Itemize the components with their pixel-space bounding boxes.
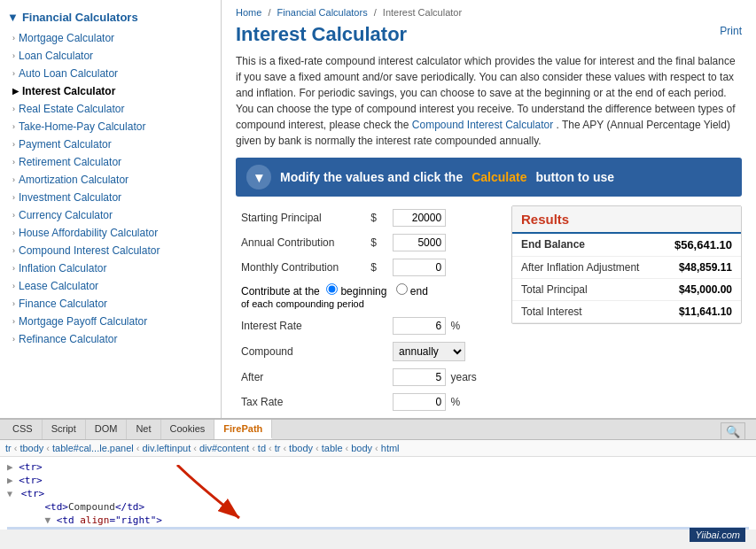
sidebar-item[interactable]: ›House Affordability Calculator — [0, 224, 221, 242]
devtools-bc-item[interactable]: html — [381, 443, 400, 453]
devtools-bc-item[interactable]: div#content — [199, 443, 249, 453]
sidebar-item-label: Auto Loan Calculator — [19, 67, 118, 80]
results-row-value: $56,641.10 — [674, 238, 732, 251]
interest-rate-label: Interest Rate — [236, 313, 365, 338]
chevron-icon: › — [12, 175, 15, 184]
compound-select[interactable]: annually semi-annually quarterly monthly… — [393, 342, 465, 361]
expand-icon-2[interactable]: ▶ — [7, 475, 13, 486]
interest-rate-unit: % — [448, 320, 460, 332]
chevron-icon: › — [12, 193, 15, 202]
devtools-bc-sep: ‹ — [46, 443, 50, 453]
monthly-contribution-row: Monthly Contribution $ — [236, 255, 501, 280]
sidebar-item[interactable]: ›Compound Interest Calculator — [0, 242, 221, 259]
content-area: Print Home / Financial Calculators / Int… — [222, 0, 756, 418]
devtools-bc-sep: ‹ — [252, 443, 255, 453]
sidebar-item[interactable]: ›Lease Calculator — [0, 277, 221, 295]
devtools-bc-item[interactable]: tr — [275, 443, 281, 453]
sidebar-item[interactable]: ›Real Estate Calculator — [0, 100, 221, 118]
expand-icon-3[interactable]: ▼ — [45, 514, 51, 526]
after-row: After years — [236, 365, 501, 390]
interest-rate-input[interactable] — [393, 317, 446, 335]
results-row-value: $48,859.11 — [679, 261, 732, 274]
devtools-tab[interactable]: FirePath — [214, 420, 272, 439]
sidebar-item-label: Amortization Calculator — [19, 174, 129, 186]
instruction-suffix: button to use — [535, 170, 614, 184]
tax-rate-row: Tax Rate % — [236, 390, 501, 414]
sidebar-item[interactable]: ›Mortgage Calculator — [0, 29, 221, 47]
devtools-bc-item[interactable]: tbody — [289, 443, 313, 453]
sidebar-item[interactable]: ›Amortization Calculator — [0, 171, 221, 189]
breadcrumb-sep1: / — [268, 7, 270, 18]
breadcrumb-home[interactable]: Home — [236, 7, 261, 18]
code-line-1: ▶ <tr> — [7, 460, 749, 474]
page-title: Interest Calculator — [236, 23, 742, 46]
calculator-form: Starting Principal $ Annual Contribution… — [236, 205, 501, 418]
beginning-radio[interactable] — [326, 283, 338, 295]
sidebar-item[interactable]: ›Retirement Calculator — [0, 153, 221, 171]
plus-icon[interactable]: ▶ — [76, 529, 82, 530]
inflation-label: Inflation Rate — [236, 414, 365, 418]
devtools-bc-item[interactable]: td — [258, 443, 266, 453]
devtools-tab[interactable]: Cookies — [161, 420, 215, 439]
devtools-tab[interactable]: Net — [127, 420, 160, 439]
devtools-bc-item[interactable]: tr — [5, 443, 12, 453]
devtools-bc-sep: ‹ — [14, 443, 18, 453]
results-row: End Balance$56,641.10 — [512, 234, 741, 257]
sidebar-item[interactable]: ▶Interest Calculator — [0, 82, 221, 100]
chevron-icon: ▶ — [12, 87, 19, 96]
minus-icon[interactable]: ▼ — [7, 489, 12, 499]
end-radio[interactable] — [396, 283, 408, 295]
sidebar-title: ▼ Financial Calculators — [0, 7, 221, 29]
sidebar-item[interactable]: ›Mortgage Payoff Calculator — [0, 313, 221, 330]
annual-contribution-row: Annual Contribution $ — [236, 230, 501, 255]
devtools-bc-item[interactable]: body — [351, 443, 372, 453]
expand-icon[interactable]: ▶ — [7, 461, 13, 473]
sidebar-item-label: Lease Calculator — [19, 280, 98, 292]
end-label: end — [410, 285, 428, 298]
devtools-bc-item[interactable]: div.leftinput — [142, 443, 191, 453]
print-link[interactable]: Print — [720, 25, 742, 37]
devtools-tab[interactable]: DOM — [86, 420, 128, 439]
monthly-contribution-input[interactable] — [393, 259, 446, 276]
devtools-panel: CSSScriptDOMNetCookiesFirePath 🔍 tr‹tbod… — [0, 418, 756, 549]
compound-interest-link[interactable]: Compound Interest Calculator — [412, 119, 553, 131]
results-row-value: $11,641.10 — [679, 305, 732, 318]
starting-principal-input[interactable] — [393, 209, 446, 227]
sidebar: ▼ Financial Calculators ›Mortgage Calcul… — [0, 0, 222, 418]
sidebar-item-label: Retirement Calculator — [19, 156, 121, 168]
devtools-tab[interactable]: CSS — [4, 420, 43, 439]
sidebar-item[interactable]: ›Finance Calculator — [0, 295, 221, 313]
sidebar-item-label: Loan Calculator — [19, 50, 93, 62]
code-line-4: <td>Compound</td> — [7, 500, 749, 514]
sidebar-item[interactable]: ›Loan Calculator — [0, 47, 221, 65]
annual-contribution-input[interactable] — [393, 234, 446, 251]
devtools-tabs: CSSScriptDOMNetCookiesFirePath 🔍 — [0, 420, 756, 440]
sidebar-item[interactable]: ›Inflation Calculator — [0, 259, 221, 277]
sidebar-item[interactable]: ›Refinance Calculator — [0, 330, 221, 348]
results-header: Results — [512, 206, 741, 234]
after-input[interactable] — [393, 368, 446, 386]
results-row-value: $45,000.00 — [679, 283, 732, 296]
sidebar-item[interactable]: ›Investment Calculator — [0, 189, 221, 206]
sidebar-item[interactable]: ›Currency Calculator — [0, 206, 221, 224]
arrow-down-icon: ▼ — [7, 11, 19, 24]
devtools-search[interactable]: 🔍 — [721, 422, 745, 440]
sidebar-item[interactable]: ›Auto Loan Calculator — [0, 65, 221, 82]
chevron-icon: › — [12, 246, 15, 255]
starting-principal-row: Starting Principal $ — [236, 205, 501, 230]
devtools-bc-item[interactable]: tbody — [19, 443, 43, 453]
breadcrumb-financial[interactable]: Financial Calculators — [277, 7, 368, 18]
annual-contribution-label: Annual Contribution — [236, 230, 365, 255]
chevron-icon: › — [12, 317, 15, 326]
code-line-5: ▼ <td align="right"> — [7, 514, 749, 527]
contribute-label: Contribute at the — [241, 285, 320, 298]
devtools-bc-sep: ‹ — [269, 443, 272, 453]
devtools-tab[interactable]: Script — [43, 420, 86, 439]
sidebar-item[interactable]: ›Take-Home-Pay Calculator — [0, 118, 221, 135]
chevron-icon: › — [12, 69, 15, 78]
devtools-bc-item[interactable]: table — [322, 443, 343, 453]
chevron-icon: › — [12, 299, 15, 308]
sidebar-item[interactable]: ›Payment Calculator — [0, 135, 221, 153]
tax-rate-input[interactable] — [393, 393, 446, 411]
devtools-bc-item[interactable]: table#cal...le.panel — [52, 443, 134, 453]
